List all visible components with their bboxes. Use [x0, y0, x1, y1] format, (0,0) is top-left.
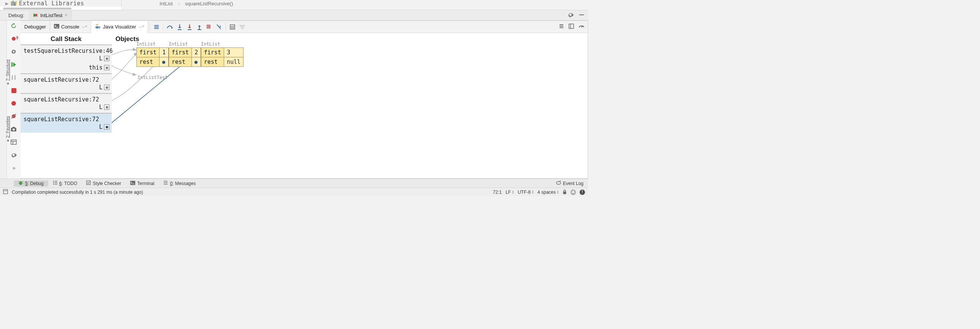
objects-column: Objects: [112, 33, 588, 178]
coffee-icon: [95, 24, 101, 30]
toolwin-event-log[interactable]: Event Log: [552, 180, 588, 186]
svg-rect-9: [14, 75, 16, 80]
memory-view-button[interactable]: [579, 24, 585, 30]
tool-window-bar: 5: Debug 6: TODO Style Checker Terminal …: [0, 178, 588, 188]
heap-object: IntListfirst2rest: [169, 41, 201, 67]
step-into-button[interactable]: [175, 21, 185, 33]
status-caret-position[interactable]: 72:1: [493, 189, 502, 195]
force-step-into-button[interactable]: [185, 21, 194, 33]
toolwin-messages[interactable]: 0: Messages: [159, 180, 200, 186]
call-stack-frame[interactable]: squareListRecursive:72L: [21, 93, 112, 113]
more-button[interactable]: »: [10, 164, 18, 172]
sidebar-structure-label[interactable]: ★ 7: Structure: [5, 59, 10, 85]
tab-console[interactable]: Console →*: [50, 21, 91, 33]
call-stack-frame[interactable]: testSquareListRecursive:46Lthis: [21, 45, 112, 73]
project-tree-row[interactable]: ▶ External Libraries: [0, 0, 122, 7]
rerun-button[interactable]: [10, 22, 18, 30]
svg-point-60: [53, 184, 54, 185]
heap-object: IntListfirst1rest: [136, 41, 169, 67]
notifications-icon[interactable]: !: [580, 189, 585, 195]
close-icon[interactable]: ×: [65, 13, 67, 18]
restore-layout-button[interactable]: [569, 24, 574, 30]
frame-name: squareListRecursive:72: [21, 74, 112, 84]
debugger-toolbar: Debugger Console →* Java Visualizer →*: [21, 21, 588, 33]
call-stack-frame[interactable]: squareListRecursive:72L: [21, 73, 112, 93]
run-to-cursor-button[interactable]: [214, 21, 224, 33]
stop-button[interactable]: [10, 87, 18, 94]
messages-icon: [163, 180, 168, 186]
minimize-icon[interactable]: [579, 12, 584, 19]
breadcrumb-method[interactable]: squareListRecursive(): [185, 1, 233, 6]
heap-object: IntListfirst3restnull: [201, 41, 243, 67]
status-bar: Compilation completed successfully in 1 …: [0, 188, 588, 196]
frame-variable: L: [99, 84, 110, 91]
chevron-right-icon: ›: [178, 1, 180, 6]
step-out-button[interactable]: [194, 21, 204, 33]
external-libraries-icon: [11, 1, 17, 6]
layout-settings-button[interactable]: [10, 138, 18, 146]
svg-rect-34: [230, 25, 235, 29]
frame-name: squareListRecursive:72: [21, 114, 112, 124]
debug-label: Debug:: [0, 10, 29, 20]
svg-rect-2: [14, 2, 15, 6]
tab-debugger[interactable]: Debugger: [21, 21, 50, 33]
frame-name: squareListRecursive:72: [21, 94, 112, 104]
toolwin-style-checker[interactable]: Style Checker: [82, 180, 126, 186]
breadcrumb: IntList › squareListRecursive(): [122, 0, 588, 7]
svg-rect-8: [12, 75, 13, 80]
svg-point-56: [53, 181, 54, 182]
svg-rect-7: [11, 62, 13, 67]
call-stack-title: Call Stack: [21, 33, 112, 45]
svg-rect-68: [557, 181, 561, 184]
evaluate-expression-button[interactable]: [228, 21, 237, 33]
call-stack-column: Call Stack testSquareListRecursive:46Lth…: [21, 33, 112, 178]
threads-view-button[interactable]: [559, 24, 564, 30]
lock-icon[interactable]: [563, 189, 567, 194]
svg-rect-72: [563, 191, 566, 194]
breadcrumb-class[interactable]: IntList: [159, 1, 173, 6]
console-icon: [54, 24, 59, 30]
update-button[interactable]: [10, 48, 18, 56]
debug-session-tab-name: IntListTest: [40, 13, 63, 18]
toolwin-quick-access-icon[interactable]: [3, 189, 8, 195]
status-encoding[interactable]: UTF-8‡: [518, 189, 534, 195]
status-line-ending[interactable]: LF‡: [506, 189, 514, 195]
gear-icon[interactable]: [568, 12, 574, 19]
sidebar-favorites-label[interactable]: ★ 2: Favorites: [5, 116, 10, 142]
svg-point-13: [13, 129, 15, 131]
get-thread-dump-button[interactable]: [10, 126, 18, 133]
svg-point-75: [574, 191, 575, 192]
svg-point-73: [571, 190, 576, 194]
tab-java-visualizer[interactable]: Java Visualizer →*: [91, 21, 148, 33]
mute-breakpoints-button[interactable]: [10, 113, 18, 120]
svg-point-74: [572, 191, 573, 192]
svg-rect-14: [13, 127, 15, 128]
resume-button[interactable]: [10, 61, 18, 68]
left-tool-strip[interactable]: ★ 7: Structure ★ 2: Favorites: [0, 21, 7, 178]
inspector-icon[interactable]: [571, 189, 576, 195]
pin-icon: →*: [81, 25, 87, 29]
toggle-breakpoint-button[interactable]: [10, 35, 18, 43]
call-stack-frame[interactable]: squareListRecursive:72L: [21, 113, 112, 133]
toolwin-todo[interactable]: 6: TODO: [48, 180, 82, 186]
toolwin-debug[interactable]: 5: Debug: [14, 180, 48, 186]
trace-current-stream-button: [237, 21, 247, 33]
svg-point-51: [19, 181, 22, 185]
view-breakpoints-button[interactable]: [10, 100, 18, 107]
object-type-label: IntList: [201, 41, 243, 47]
svg-rect-18: [54, 24, 59, 29]
status-message: Compilation completed successfully in 1 …: [12, 189, 143, 195]
step-over-button[interactable]: [165, 21, 175, 33]
svg-point-20: [95, 26, 99, 29]
status-indent[interactable]: 4 spaces‡: [538, 189, 559, 195]
drop-frame-button[interactable]: [204, 21, 214, 33]
pin-icon: →*: [138, 25, 143, 29]
event-log-icon: [556, 180, 561, 186]
project-tree-scrollbar[interactable]: [0, 7, 122, 10]
svg-rect-1: [13, 1, 14, 6]
debug-session-tab[interactable]: IntListTest ×: [29, 10, 72, 20]
toolwin-terminal[interactable]: Terminal: [126, 181, 159, 186]
settings-button[interactable]: [10, 151, 18, 159]
show-execution-point-button[interactable]: [151, 21, 161, 33]
test-object-label: IntListTest: [137, 75, 167, 80]
